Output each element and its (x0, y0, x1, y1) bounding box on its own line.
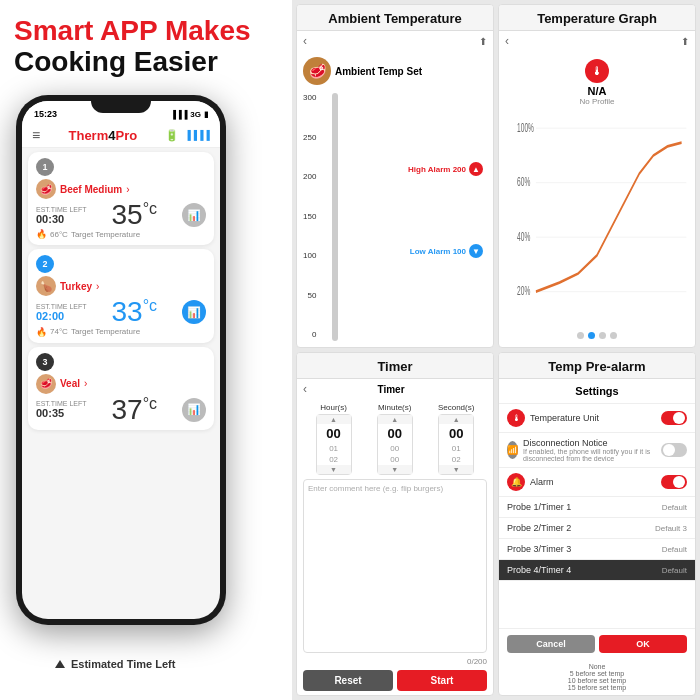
hours-down[interactable]: ▼ (317, 465, 351, 474)
alarm-toggle[interactable] (661, 475, 687, 489)
veal-icon: 🥩 (36, 374, 56, 394)
battery-icon: ▮ (204, 110, 208, 119)
low-alarm-text: Low Alarm 100 (410, 247, 466, 256)
timer-buttons: Reset Start (303, 670, 487, 691)
est-label-2: EST.TIME LEFT (36, 303, 87, 310)
ambient-screen: Ambient Temperature ‹ ⬆ 🥩 Ambient Temp S… (296, 4, 494, 348)
high-alarm-marker[interactable]: High Alarm 200 ▲ (408, 162, 483, 176)
status-time: 15:23 (34, 109, 57, 119)
disconnect-toggle[interactable] (661, 443, 687, 457)
probe3-val: Default (662, 545, 687, 554)
probe4-val: Default (662, 566, 687, 575)
target-row-2: 🔥 74°C Target Temperature (36, 327, 206, 337)
minutes-label: Minute(s) (378, 403, 411, 412)
cancel-button[interactable]: Cancel (507, 635, 595, 653)
low-alarm-marker[interactable]: Low Alarm 100 ▼ (410, 244, 483, 258)
probe3-label: Probe 3/Timer 3 (507, 544, 571, 554)
temp-scale: 300 250 200 150 100 50 0 High Alarm 200 … (303, 93, 487, 341)
headline: Smart APP Makes Cooking Easier (14, 16, 278, 78)
hours-up[interactable]: ▲ (317, 415, 351, 424)
seconds-sub2: 02 (439, 454, 473, 465)
disconnect-row: 📶 Disconnection Notice If enabled, the p… (499, 433, 695, 468)
seconds-up[interactable]: ▲ (439, 415, 473, 424)
graph-btn-2[interactable]: 📊 (182, 300, 206, 324)
hours-spinner[interactable]: ▲ 00 01 02 ▼ (316, 414, 352, 475)
seconds-val: 00 (439, 424, 473, 443)
probe4-label: Probe 4/Timer 4 (507, 565, 571, 575)
probe3-row[interactable]: Probe 3/Timer 3 Default (499, 539, 695, 560)
est-label-1: EST.TIME LEFT (36, 206, 87, 213)
graph-na-text: N/A (588, 85, 607, 97)
graph-dots (503, 328, 691, 343)
graph-svg-wrap: 100% 60% 40% 20% (503, 110, 691, 328)
temp-unit-icon: 🌡 (507, 409, 525, 427)
probe2-row[interactable]: Probe 2/Timer 2 Default 3 (499, 518, 695, 539)
temp-unit-toggle[interactable] (661, 411, 687, 425)
reset-button[interactable]: Reset (303, 670, 393, 691)
graph-share-icon[interactable]: ⬆ (681, 36, 689, 47)
high-alarm-text: High Alarm 200 (408, 165, 466, 174)
temp-unit-row: 🌡 Temperature Unit (499, 404, 695, 433)
ambient-set-row: 🥩 Ambient Temp Set (303, 57, 487, 85)
svg-text:20%: 20% (517, 284, 530, 298)
timer-nav: ‹ Timer (297, 379, 493, 399)
share-icon[interactable]: ⬆ (479, 36, 487, 47)
prealarm-footer: Cancel OK (499, 628, 695, 659)
brand-logo: Therm4Pro (69, 128, 138, 143)
probe-list: 1 🥩 Beef Medium › EST.TIME LEFT 00:30 (22, 148, 220, 434)
timer-content: Hour(s) ▲ 00 01 02 ▼ Minute(s) ▲ 00 (297, 399, 493, 695)
food-label-2: Turkey (60, 281, 92, 292)
probe2-label: Probe 2/Timer 2 (507, 523, 571, 533)
target-icon-1: 🔥 (36, 229, 47, 239)
graph-na-section: 🌡 N/A No Profile (503, 59, 691, 106)
temp-graph-nav: ‹ ⬆ (499, 31, 695, 51)
target-icon-2: 🔥 (36, 327, 47, 337)
probe-temp-row-3: EST.TIME LEFT 00:35 37°c 📊 (36, 396, 206, 424)
start-button[interactable]: Start (397, 670, 487, 691)
est-time-3: 00:35 (36, 407, 87, 419)
graph-back-icon[interactable]: ‹ (505, 34, 509, 48)
graph-btn-3[interactable]: 📊 (182, 398, 206, 422)
minutes-up[interactable]: ▲ (378, 415, 412, 424)
probe1-row[interactable]: Probe 1/Timer 1 Default (499, 497, 695, 518)
probe-number-1: 1 (36, 158, 54, 176)
timer-nav-title: Timer (377, 384, 404, 395)
seconds-down[interactable]: ▼ (439, 465, 473, 474)
minutes-spinner[interactable]: ▲ 00 00 00 ▼ (377, 414, 413, 475)
big-temp-2: 33°c (112, 298, 158, 326)
timer-title: Timer (305, 359, 485, 374)
menu-icon[interactable]: ≡ (32, 127, 40, 143)
settings-title: Settings (499, 379, 695, 404)
dot-4 (610, 332, 617, 339)
minutes-sub2: 00 (378, 454, 412, 465)
timer-comment-box[interactable]: Enter comment here (e.g. flip burgers) (303, 479, 487, 653)
ambient-title-bar: Ambient Temperature (297, 5, 493, 31)
minutes-sub1: 00 (378, 443, 412, 454)
minutes-down[interactable]: ▼ (378, 465, 412, 474)
signal-bars: ▐▐▐▐ (184, 130, 210, 140)
hours-label: Hour(s) (320, 403, 347, 412)
seconds-spinner[interactable]: ▲ 00 01 02 ▼ (438, 414, 474, 475)
timer-title-bar: Timer (297, 353, 493, 379)
probe4-row[interactable]: Probe 4/Timer 4 Default (499, 560, 695, 581)
alarm-icon: 🔔 (507, 473, 525, 491)
graph-btn-1[interactable]: 📊 (182, 203, 206, 227)
timer-hours-col: Hour(s) ▲ 00 01 02 ▼ (316, 403, 352, 475)
temp-graph-title-bar: Temperature Graph (499, 5, 695, 31)
ambient-food-icon: 🥩 (303, 57, 331, 85)
ok-button[interactable]: OK (599, 635, 687, 653)
ambient-set-text: Ambient Temp Set (335, 66, 422, 77)
probe-food-row-1[interactable]: 🥩 Beef Medium › (36, 179, 206, 199)
est-time-1: 00:30 (36, 213, 87, 225)
status-icons: ▐▐▐ 3G ▮ (170, 110, 208, 119)
low-alarm-icon: ▼ (469, 244, 483, 258)
probe-food-row-3[interactable]: 🥩 Veal › (36, 374, 206, 394)
disconnect-icon: 📶 (507, 441, 518, 459)
prealarm-title: Temp Pre-alarm (507, 359, 687, 374)
probe-food-row-2[interactable]: 🍗 Turkey › (36, 276, 206, 296)
timer-counter: 0/200 (303, 657, 487, 666)
headline-line2: Cooking Easier (14, 47, 278, 78)
probe-card-2: 2 🍗 Turkey › EST.TIME LEFT 02:00 (28, 249, 214, 342)
timer-back-icon[interactable]: ‹ (303, 382, 307, 396)
back-icon[interactable]: ‹ (303, 34, 307, 48)
